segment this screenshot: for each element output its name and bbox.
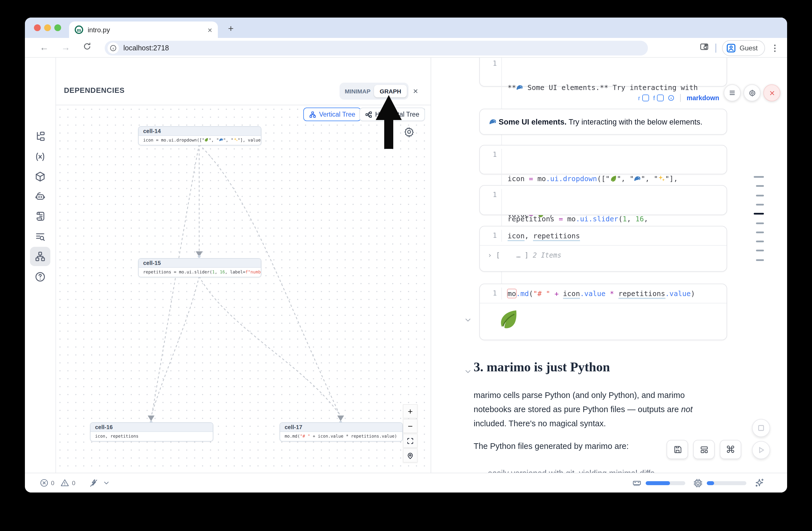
save-icon <box>672 445 682 454</box>
node-title: cell-17 <box>280 423 402 432</box>
language-badge[interactable]: markdown <box>687 95 719 101</box>
minimap-cell-mark[interactable] <box>754 176 764 178</box>
sparkles-emoji <box>658 175 665 182</box>
sidebar-item-logs[interactable] <box>30 206 50 226</box>
sidebar-item-packages[interactable] <box>30 167 50 186</box>
sidebar-item-variables[interactable] <box>30 147 50 167</box>
memory-icon[interactable] <box>632 478 642 488</box>
markdown-cell-footer: r f markdown <box>479 90 727 106</box>
graph-node-cell-16[interactable]: cell-16 icon, repetitions <box>90 422 213 442</box>
minimap-cell-mark[interactable] <box>756 204 764 205</box>
dependency-graph-canvas[interactable]: cell-14 icon = mo.ui.dropdown(["", "", "… <box>56 105 431 473</box>
sparkles-emoji <box>233 138 238 142</box>
horizontal-tree-button[interactable]: Horizontal Tree <box>359 107 425 121</box>
chevron-down-icon[interactable] <box>103 479 110 486</box>
wave-emoji <box>489 117 496 125</box>
warnings-icon[interactable] <box>60 478 70 487</box>
section-heading: 3. marimo is just Python <box>474 360 610 375</box>
minimap-cell-mark[interactable] <box>756 231 764 233</box>
graph-settings-button[interactable] <box>404 126 415 138</box>
minimap-cell-mark[interactable] <box>756 185 764 187</box>
locate-button[interactable] <box>403 448 418 462</box>
minimap-cell-mark[interactable] <box>754 213 764 215</box>
line-number: 1 <box>480 288 502 300</box>
notebook-settings-button[interactable] <box>743 84 760 101</box>
tab-close-icon[interactable]: × <box>208 26 212 34</box>
zoom-in-button[interactable]: + <box>403 404 418 418</box>
shutdown-button[interactable] <box>763 84 780 101</box>
wave-emoji <box>219 138 223 142</box>
sidebar-item-help[interactable] <box>30 267 50 286</box>
graph-node-cell-17[interactable]: cell-17 mo.md("# " + icon.value * repeti… <box>279 422 403 442</box>
toggle-f-checkbox[interactable] <box>657 95 664 101</box>
leaf-output <box>480 303 727 330</box>
forward-button[interactable]: → <box>61 42 70 53</box>
gear-icon <box>748 89 756 97</box>
vertical-tree-label: Vertical Tree <box>319 111 356 118</box>
tab-graph[interactable]: GRAPH <box>374 85 407 97</box>
error-count: 0 <box>51 479 54 486</box>
vertical-tree-button[interactable]: Vertical Tree <box>303 107 361 121</box>
minimap-cell-mark[interactable] <box>756 222 764 224</box>
cell-icon-dropdown[interactable]: 1 icon = mo.ui.dropdown(["", "", ""], va… <box>479 145 727 174</box>
tab-search-icon[interactable] <box>700 42 710 54</box>
cell-markdown-ui-elements[interactable]: 1 ** Some UI elements.** Try interacting… <box>479 58 727 87</box>
new-tab-button[interactable]: + <box>224 23 238 34</box>
tab-minimap[interactable]: MINIMAP <box>341 85 374 97</box>
hamburger-icon <box>728 89 736 97</box>
node-title: cell-16 <box>90 423 213 432</box>
formatting-off-icon[interactable] <box>89 478 99 488</box>
toolbar-divider <box>715 43 716 52</box>
minimap-cell-mark[interactable] <box>756 259 764 261</box>
close-x-icon <box>768 89 775 97</box>
profile-button[interactable]: Guest <box>722 40 765 56</box>
layout-button[interactable] <box>693 440 715 459</box>
errors-icon[interactable] <box>40 478 49 487</box>
zoom-out-button[interactable]: − <box>403 419 418 433</box>
cell-mo-md[interactable]: 1 mo.md("# " + icon.value * repetitions.… <box>479 284 727 340</box>
browser-tab[interactable]: m intro.py × <box>69 21 218 38</box>
view-toggle: MINIMAP GRAPH <box>339 83 408 100</box>
sidebar-item-dependency-graph[interactable] <box>30 247 50 266</box>
tuple-output[interactable]: › [ … ] 2 Items <box>480 246 727 259</box>
graph-node-cell-14[interactable]: cell-14 icon = mo.ui.dropdown(["", "", "… <box>138 126 261 145</box>
cell-repetitions-slider[interactable]: 1 repetitions = mo.ui.slider(1, 16, labe… <box>479 185 727 215</box>
dependencies-panel: DEPENDENCIES MINIMAP GRAPH × <box>56 58 431 473</box>
stop-button[interactable] <box>752 419 770 437</box>
traffic-minimize-button[interactable] <box>44 24 51 31</box>
info-icon[interactable] <box>668 95 675 101</box>
collapse-output-chevron-icon[interactable] <box>465 315 472 322</box>
notebook-menu-button[interactable] <box>724 84 741 101</box>
ai-sparkle-icon[interactable] <box>754 478 765 488</box>
graph-node-cell-15[interactable]: cell-15 repetitions = mo.ui.slider(1, 16… <box>138 258 261 277</box>
sidebar-item-ai-assistant[interactable] <box>30 187 50 206</box>
reload-button[interactable] <box>83 42 92 53</box>
toggle-r-label: r <box>638 95 640 101</box>
minimap-cell-mark[interactable] <box>756 195 764 196</box>
toggle-r-checkbox[interactable] <box>642 95 649 101</box>
cell-icon-repetitions[interactable]: 1 icon, repetitions › [ … ] 2 Items <box>479 226 727 272</box>
minimap-cell-mark[interactable] <box>756 250 764 252</box>
close-panel-icon[interactable]: × <box>413 87 418 95</box>
code-line: repetitions = mo.ui.slider(1, 16, <box>508 213 652 225</box>
help-icon <box>34 271 46 283</box>
address-bar[interactable]: localhost:2718 <box>105 41 648 56</box>
sidebar-item-file-explorer[interactable] <box>30 127 50 146</box>
back-button[interactable]: ← <box>40 42 49 53</box>
site-info-icon[interactable] <box>107 42 119 54</box>
cpu-icon[interactable] <box>693 478 703 488</box>
minimap-cell-mark[interactable] <box>756 241 764 242</box>
dependency-graph-icon <box>34 251 46 262</box>
save-button[interactable] <box>667 440 688 459</box>
sidebar-item-snippets[interactable] <box>30 227 50 246</box>
markdown-output-text: Some UI elements. Try interacting with t… <box>489 117 702 126</box>
fit-view-button[interactable] <box>403 434 418 448</box>
collapse-section-chevron-icon[interactable] <box>465 367 472 374</box>
file-tree-icon <box>34 131 46 142</box>
code-line: mo.md("# " + icon.value * repetitions.va… <box>502 288 695 300</box>
traffic-zoom-button[interactable] <box>54 24 61 31</box>
run-all-button[interactable] <box>752 441 770 459</box>
browser-menu-icon[interactable]: ⋮ <box>771 43 779 53</box>
traffic-close-button[interactable] <box>34 24 41 31</box>
shortcuts-button[interactable]: ⌘ <box>720 440 741 459</box>
